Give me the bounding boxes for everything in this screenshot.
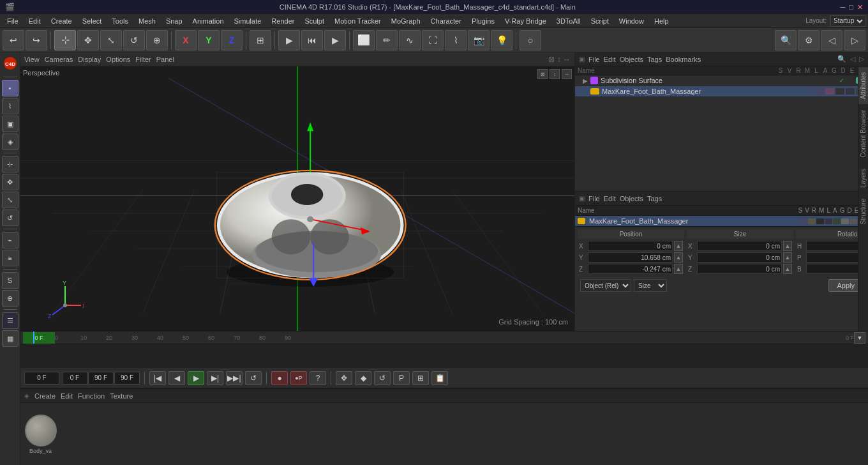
grid-button[interactable]: ⊞ bbox=[412, 371, 429, 385]
menu-plugins[interactable]: Plugins bbox=[467, 16, 499, 26]
window-controls[interactable]: ─ □ ✕ bbox=[841, 3, 863, 11]
menu-script[interactable]: Script bbox=[587, 16, 613, 26]
viewport-resize-buttons[interactable]: ⊠ ↕ ↔ bbox=[537, 69, 572, 79]
viewport-menu-cameras[interactable]: Cameras bbox=[45, 56, 73, 63]
keyframe-button[interactable]: ◆ bbox=[355, 371, 371, 385]
pos-y-up[interactable]: ▲ bbox=[674, 252, 683, 263]
props-menu-tags[interactable]: Tags bbox=[647, 195, 662, 202]
layers-button[interactable]: ☰ bbox=[2, 312, 19, 329]
menu-render[interactable]: Render bbox=[267, 16, 299, 26]
viewport[interactable]: View Cameras Display Options Filter Pane… bbox=[20, 52, 574, 331]
z-axis-button[interactable]: Z bbox=[221, 30, 243, 50]
menu-3dtoall[interactable]: 3DToAll bbox=[552, 16, 585, 26]
viewport-canvas[interactable]: Perspective X Y Z bbox=[20, 66, 574, 331]
param-button[interactable]: P bbox=[393, 371, 410, 385]
close-button[interactable]: ✕ bbox=[857, 3, 863, 11]
fwd-nav-button[interactable]: ▷ bbox=[844, 30, 865, 50]
deform-button[interactable]: ⌇ bbox=[445, 30, 467, 50]
tab-content-browser[interactable]: Content Browser bbox=[858, 104, 868, 162]
snap-toggle[interactable]: S bbox=[2, 272, 19, 289]
palette-button[interactable]: ▦ bbox=[2, 330, 19, 347]
timeline-end-button[interactable]: ▼ bbox=[854, 332, 865, 344]
point-mode-button[interactable]: • bbox=[2, 80, 19, 96]
sub-check-icon[interactable]: ✓ bbox=[837, 77, 846, 84]
objects-menu-bookmarks[interactable]: Bookmarks bbox=[666, 56, 701, 63]
record-pos-button[interactable]: ●P bbox=[290, 371, 307, 385]
viewport-menu-display[interactable]: Display bbox=[78, 56, 101, 63]
loop-button[interactable]: ↺ bbox=[245, 371, 262, 385]
go-to-start-button[interactable]: |◀ bbox=[149, 371, 166, 385]
menu-simulate[interactable]: Simulate bbox=[230, 16, 266, 26]
x-axis-button[interactable]: X bbox=[175, 30, 197, 50]
size-x-input[interactable] bbox=[697, 241, 782, 251]
view-handle-h[interactable]: ↔ bbox=[562, 69, 572, 79]
axis-button[interactable]: ⊕ bbox=[2, 290, 19, 307]
timeline-tracks[interactable] bbox=[20, 344, 868, 368]
live-select-button[interactable]: ⊹ bbox=[2, 156, 19, 172]
pen-button[interactable]: ✏ bbox=[376, 30, 398, 50]
objects-search-icon[interactable]: 🔍 bbox=[837, 55, 846, 63]
go-to-end-button[interactable]: ▶▶| bbox=[226, 371, 243, 385]
preview-end-input[interactable] bbox=[114, 372, 140, 385]
rotate-btn-left[interactable]: ↺ bbox=[2, 210, 19, 226]
size-y-up[interactable]: ▲ bbox=[783, 252, 792, 263]
view-handle-v[interactable]: ↕ bbox=[550, 69, 560, 79]
cube-button[interactable]: ⬜ bbox=[353, 30, 375, 50]
auto-key-button[interactable]: ↺ bbox=[374, 371, 391, 385]
material-item-body[interactable]: Body_va bbox=[23, 415, 58, 454]
next-frame-button[interactable]: ▶| bbox=[207, 371, 223, 385]
menu-mograph[interactable]: MoGraph bbox=[387, 16, 425, 26]
size-mode-select[interactable]: Size Scale bbox=[634, 279, 667, 292]
object-item-subdivision[interactable]: ▶ Subdivision Surface ✓ bbox=[575, 75, 868, 86]
props-selected-object[interactable]: MaxKare_Foot_Bath_Massager bbox=[575, 216, 868, 227]
size-x-up[interactable]: ▲ bbox=[783, 241, 792, 251]
spline-button[interactable]: ∿ bbox=[399, 30, 421, 50]
tab-layers[interactable]: Layers bbox=[858, 163, 868, 193]
prev-frame-button[interactable]: ◀ bbox=[168, 371, 185, 385]
camera-button[interactable]: 📷 bbox=[468, 30, 490, 50]
redo-button[interactable]: ↪ bbox=[26, 30, 47, 50]
search-button[interactable]: 🔍 bbox=[775, 30, 797, 50]
objects-fwd-icon[interactable]: ▷ bbox=[859, 55, 864, 63]
menu-window[interactable]: Window bbox=[615, 16, 648, 26]
settings-button[interactable]: ⚙ bbox=[798, 30, 819, 50]
end-frame-input[interactable] bbox=[88, 372, 114, 385]
arrow-icon[interactable]: ▶ bbox=[583, 77, 590, 84]
menu-file[interactable]: File bbox=[3, 16, 23, 26]
objects-menu-objects[interactable]: Objects bbox=[620, 56, 643, 63]
pos-x-input[interactable] bbox=[588, 241, 673, 251]
mat-menu-create[interactable]: Create bbox=[34, 392, 56, 400]
scale-tool-button[interactable]: ⤡ bbox=[100, 30, 122, 50]
render-preview-button[interactable]: ▶ bbox=[278, 30, 300, 50]
object-item-maxkare[interactable]: MaxKare_Foot_Bath_Massager bbox=[575, 86, 868, 97]
viewport-menu-filter[interactable]: Filter bbox=[135, 56, 151, 63]
menu-select[interactable]: Select bbox=[78, 16, 107, 26]
menu-tools[interactable]: Tools bbox=[107, 16, 133, 26]
nurbs-button[interactable]: ⛶ bbox=[422, 30, 444, 50]
menu-animation[interactable]: Animation bbox=[188, 16, 228, 26]
mat-menu-function[interactable]: Function bbox=[78, 392, 105, 400]
menu-sculpt[interactable]: Sculpt bbox=[300, 16, 329, 26]
move-button[interactable]: ✥ bbox=[2, 174, 19, 190]
poly-mode-button[interactable]: ▣ bbox=[2, 116, 19, 132]
mat-menu-texture[interactable]: Texture bbox=[110, 392, 133, 400]
knife-button[interactable]: ⌁ bbox=[2, 232, 19, 248]
viewport-menu-options[interactable]: Options bbox=[106, 56, 130, 63]
pos-x-up[interactable]: ▲ bbox=[674, 241, 683, 251]
objects-menu-file[interactable]: File bbox=[588, 56, 600, 63]
transform-tool-button[interactable]: ⊕ bbox=[146, 30, 168, 50]
current-frame-input[interactable] bbox=[24, 372, 59, 385]
render-prev-button[interactable]: ⏮ bbox=[301, 30, 323, 50]
rotate-tool-button[interactable]: ↺ bbox=[123, 30, 145, 50]
coord-system-select[interactable]: Object (Rel) World bbox=[580, 279, 631, 292]
move-tool-button[interactable]: ✥ bbox=[77, 30, 99, 50]
size-y-input[interactable] bbox=[697, 252, 782, 263]
props-menu-objects[interactable]: Objects bbox=[620, 195, 643, 202]
menu-character[interactable]: Character bbox=[426, 16, 466, 26]
size-z-up[interactable]: ▲ bbox=[783, 264, 792, 274]
bridge-button[interactable]: ≡ bbox=[2, 250, 19, 266]
objects-menu-edit[interactable]: Edit bbox=[604, 56, 616, 63]
timeline-panel-button[interactable]: 📋 bbox=[431, 371, 448, 385]
scale-btn-left[interactable]: ⤡ bbox=[2, 192, 19, 208]
undo-button[interactable]: ↩ bbox=[3, 30, 24, 50]
